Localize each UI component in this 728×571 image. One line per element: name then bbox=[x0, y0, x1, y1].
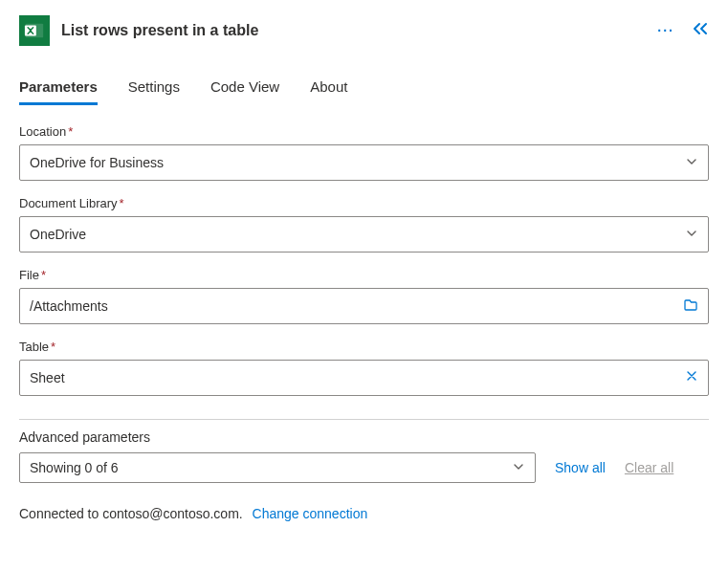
file-label: File* bbox=[19, 268, 709, 282]
library-label: Document Library* bbox=[19, 196, 709, 210]
advanced-summary: Showing 0 of 6 bbox=[30, 460, 512, 475]
tab-settings[interactable]: Settings bbox=[128, 73, 180, 104]
table-label: Table* bbox=[19, 340, 709, 354]
table-value: Sheet bbox=[30, 370, 685, 385]
show-all-link[interactable]: Show all bbox=[555, 460, 606, 475]
connection-footer: Connected to contoso@contoso.com. Change… bbox=[19, 506, 709, 521]
field-file: File* /Attachments bbox=[19, 268, 709, 324]
card-header: List rows present in a table ··· bbox=[19, 15, 709, 46]
connected-account: contoso@contoso.com. bbox=[102, 506, 243, 521]
connected-prefix: Connected to bbox=[19, 506, 102, 521]
library-value: OneDrive bbox=[30, 227, 685, 242]
library-select[interactable]: OneDrive bbox=[19, 216, 709, 253]
advanced-parameters-row: Showing 0 of 6 Show all Clear all bbox=[19, 452, 709, 483]
chevron-down-icon bbox=[512, 460, 525, 476]
chevron-down-icon bbox=[685, 155, 698, 171]
tab-bar: Parameters Settings Code View About bbox=[19, 73, 709, 105]
more-menu-button[interactable]: ··· bbox=[657, 23, 674, 38]
tab-about[interactable]: About bbox=[310, 73, 347, 104]
tab-parameters[interactable]: Parameters bbox=[19, 73, 98, 104]
excel-icon bbox=[19, 15, 50, 46]
file-value: /Attachments bbox=[30, 298, 683, 314]
location-label: Location* bbox=[19, 124, 709, 139]
field-table: Table* Sheet bbox=[19, 340, 709, 396]
advanced-parameters-label: Advanced parameters bbox=[19, 429, 709, 445]
field-document-library: Document Library* OneDrive bbox=[19, 196, 709, 253]
folder-picker-icon[interactable] bbox=[683, 297, 698, 316]
collapse-icon[interactable] bbox=[692, 22, 709, 39]
location-select[interactable]: OneDrive for Business bbox=[19, 144, 709, 181]
clear-icon[interactable] bbox=[685, 369, 698, 386]
chevron-down-icon bbox=[685, 227, 698, 243]
change-connection-link[interactable]: Change connection bbox=[253, 506, 368, 521]
card-title: List rows present in a table bbox=[61, 22, 646, 39]
clear-all-link[interactable]: Clear all bbox=[625, 460, 673, 475]
file-input[interactable]: /Attachments bbox=[19, 288, 709, 324]
field-location: Location* OneDrive for Business bbox=[19, 124, 709, 181]
location-value: OneDrive for Business bbox=[30, 155, 685, 170]
tab-code-view[interactable]: Code View bbox=[210, 73, 279, 104]
table-input[interactable]: Sheet bbox=[19, 360, 709, 396]
advanced-parameters-select[interactable]: Showing 0 of 6 bbox=[19, 452, 536, 483]
divider bbox=[19, 419, 709, 420]
